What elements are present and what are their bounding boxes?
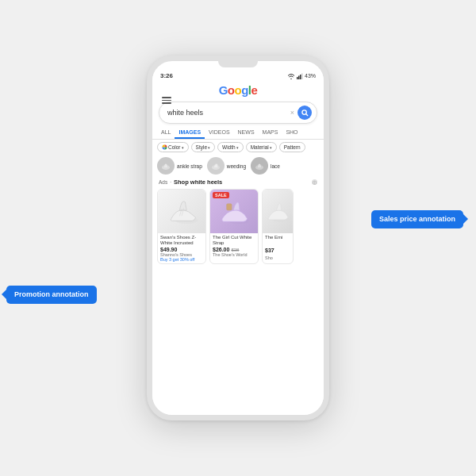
filter-color-label: Color — [168, 144, 181, 150]
info-icon[interactable]: ⓘ — [312, 179, 317, 185]
svg-rect-0 — [297, 77, 298, 79]
status-time: 3:26 — [160, 72, 173, 79]
search-icon — [301, 109, 309, 117]
product-price-3: $37 — [265, 248, 274, 253]
chevron-down-icon: ▾ — [208, 145, 210, 150]
shoe-svg-1 — [164, 198, 199, 226]
suggestion-label: weeding — [227, 163, 246, 169]
suggestion-lace[interactable]: lace — [251, 157, 280, 175]
filter-style[interactable]: Style ▾ — [191, 142, 215, 152]
products-row: Swan's Shoes Z-White Incrusted $49.90 Sh… — [152, 187, 324, 266]
product-image-1 — [158, 190, 205, 233]
search-query: white heels — [167, 109, 290, 117]
sales-price-annotation-label: Sales price annotation — [379, 215, 455, 223]
menu-icon[interactable] — [162, 97, 171, 104]
promotion-annotation: Promotion annotation — [6, 286, 97, 304]
battery-text: 43% — [305, 73, 316, 79]
status-icons: 43% — [287, 73, 316, 79]
phone: 3:26 43% — [147, 56, 329, 420]
sales-price-annotation: Sales price annotation — [371, 210, 463, 228]
filter-color[interactable]: Color ▾ — [157, 142, 189, 152]
product-store-3: Sho — [265, 255, 290, 260]
shoe-svg-3 — [263, 198, 293, 226]
tab-all[interactable]: ALL — [157, 127, 175, 139]
google-logo-bar: Google — [219, 81, 258, 98]
promotion-annotation-label: Promotion annotation — [14, 290, 89, 298]
suggestion-label: ankle strap — [177, 163, 202, 169]
product-info-2: The Girl Cut White Strap $26.00 $38 The … — [210, 233, 258, 259]
filter-pattern-label: Pattern — [284, 144, 301, 150]
phone-screen: 3:26 43% — [152, 69, 324, 415]
product-card-1[interactable]: Swan's Shoes Z-White Incrusted $49.90 Sh… — [157, 189, 206, 264]
shoe-thumb-icon — [160, 160, 171, 171]
suggestion-ankle-strap[interactable]: ankle strap — [157, 157, 202, 175]
suggestion-label: lace — [271, 163, 280, 169]
ads-label: Ads — [159, 179, 167, 185]
product-name-3: The Emi — [265, 235, 290, 240]
sale-badge: SALE — [213, 192, 229, 198]
phone-notch — [218, 61, 258, 67]
tab-images[interactable]: IMAGES — [175, 127, 205, 139]
scene: 3:26 43% — [0, 0, 476, 476]
filter-row: Color ▾ Style ▾ Width ▾ Material ▾ Patte… — [152, 140, 324, 155]
ads-title: Shop white heels — [174, 178, 222, 186]
color-icon — [162, 144, 167, 150]
ads-separator: · — [170, 179, 171, 185]
suggestion-thumb — [251, 157, 268, 175]
product-promo-1: Buy 3 get 30% off — [160, 257, 203, 262]
product-name-2: The Girl Cut White Strap — [213, 235, 255, 246]
tab-news[interactable]: NEWS — [234, 127, 259, 139]
svg-point-4 — [301, 109, 305, 113]
svg-line-5 — [305, 113, 307, 115]
search-bar[interactable]: white heels × — [159, 102, 317, 124]
chevron-down-icon: ▾ — [182, 145, 184, 150]
chevron-down-icon: ▾ — [270, 145, 272, 150]
clear-button[interactable]: × — [290, 109, 294, 117]
product-store-2: The Shoe's World — [213, 252, 255, 257]
shoe-svg-2 — [217, 198, 251, 226]
filter-width[interactable]: Width ▾ — [217, 142, 244, 152]
svg-rect-3 — [301, 73, 303, 79]
svg-rect-1 — [298, 75, 300, 79]
product-info-3: The Emi $37 Sho — [263, 233, 293, 262]
filter-material[interactable]: Material ▾ — [246, 142, 277, 152]
product-info-1: Swan's Shoes Z-White Incrusted $49.90 Sh… — [158, 233, 205, 263]
product-card-3[interactable]: The Emi $37 Sho — [262, 189, 294, 264]
product-image-2: SALE — [210, 190, 258, 233]
wifi-icon — [287, 73, 295, 79]
shoe-thumb-icon — [254, 160, 265, 171]
product-name-1: Swan's Shoes Z-White Incrusted — [160, 235, 203, 246]
filter-width-label: Width — [222, 144, 236, 150]
product-card-2[interactable]: SALE The Girl Cut White Strap $26.00 — [209, 189, 259, 264]
tab-videos[interactable]: VIDEOS — [205, 127, 233, 139]
svg-rect-15 — [227, 204, 231, 209]
filter-pattern[interactable]: Pattern — [279, 142, 305, 152]
suggestion-thumb — [157, 157, 175, 175]
suggestion-thumb — [207, 157, 225, 175]
filter-material-label: Material — [251, 144, 269, 150]
svg-rect-2 — [300, 75, 301, 79]
tab-maps[interactable]: MAPS — [259, 127, 282, 139]
google-logo: Google — [219, 83, 258, 97]
signal-icon — [297, 73, 303, 79]
nav-tabs: ALL IMAGES VIDEOS NEWS MAPS SHO — [152, 127, 324, 140]
product-price-2: $26.00 — [213, 247, 229, 252]
shoe-thumb-icon — [210, 160, 221, 171]
tab-sho[interactable]: SHO — [282, 127, 301, 139]
status-bar: 3:26 43% — [152, 69, 324, 81]
filter-style-label: Style — [196, 144, 207, 150]
chevron-down-icon: ▾ — [236, 145, 239, 150]
suggestion-weeding[interactable]: weeding — [207, 157, 246, 175]
product-image-3 — [263, 190, 293, 233]
product-price-1: $49.90 — [160, 247, 177, 252]
suggestion-row: ankle strap weeding — [152, 155, 324, 177]
search-button[interactable] — [298, 106, 312, 120]
ads-header: Ads · Shop white heels ⓘ — [152, 177, 324, 187]
